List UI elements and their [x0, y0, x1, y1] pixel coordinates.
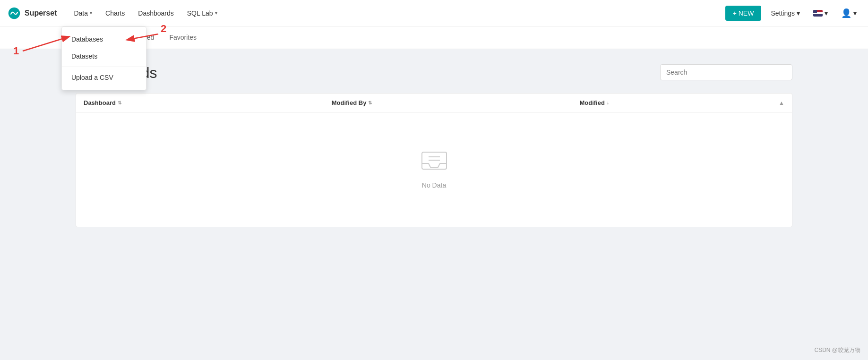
- inbox-icon: [420, 150, 448, 174]
- page-header: Dashboards: [76, 64, 792, 82]
- brand-name: Superset: [25, 9, 57, 17]
- chevron-down-icon-settings: ▾: [797, 9, 800, 17]
- nav-item-sqllab[interactable]: SQL Lab ▾: [181, 6, 223, 21]
- chevron-down-icon: ▾: [90, 10, 92, 16]
- nav-item-charts[interactable]: Charts: [100, 6, 130, 21]
- dropdown-item-upload-csv[interactable]: Upload a CSV: [62, 69, 146, 86]
- nav-item-dashboards[interactable]: Dashboards: [132, 6, 180, 21]
- superset-logo-icon: [8, 7, 21, 20]
- chevron-down-icon-sqllab: ▾: [215, 10, 217, 16]
- column-header-modified[interactable]: Modified ↓: [579, 99, 765, 106]
- flag-icon: [813, 10, 823, 17]
- sort-icon-modified-by: ⇅: [368, 100, 372, 105]
- chevron-down-icon-user: ▾: [853, 9, 857, 17]
- dropdown-item-databases[interactable]: Databases: [62, 31, 146, 48]
- navbar: Superset Data ▾ Charts Dashboards SQL La…: [0, 0, 868, 26]
- data-dropdown-menu: Databases Datasets Upload a CSV: [61, 26, 146, 90]
- dropdown-divider: [62, 67, 146, 67]
- nav-item-data[interactable]: Data ▾: [68, 6, 98, 21]
- navbar-right: + NEW Settings ▾ ▾ 👤 ▾: [725, 6, 860, 21]
- user-icon: 👤: [841, 8, 851, 18]
- user-menu[interactable]: 👤 ▾: [837, 6, 860, 20]
- sort-icon-dashboard: ⇅: [118, 100, 121, 105]
- column-header-modified-by[interactable]: Modified By ⇅: [332, 99, 580, 106]
- dropdown-item-datasets[interactable]: Datasets: [62, 48, 146, 65]
- table-header: Dashboard ⇅ Modified By ⇅ Modified ↓ ▲: [76, 94, 792, 112]
- collapse-icon[interactable]: ▲: [765, 100, 784, 106]
- chevron-down-icon-locale: ▾: [825, 9, 828, 17]
- dashboards-table: Dashboard ⇅ Modified By ⇅ Modified ↓ ▲ N…: [76, 93, 792, 227]
- brand-logo[interactable]: Superset: [8, 7, 57, 20]
- watermark: CSDN @蛟茏万物: [814, 346, 860, 354]
- new-button[interactable]: + NEW: [725, 6, 762, 21]
- sort-icon-modified: ↓: [607, 100, 609, 105]
- search-input[interactable]: [660, 64, 792, 80]
- column-header-dashboard[interactable]: Dashboard ⇅: [84, 99, 332, 106]
- nav-items: Data ▾ Charts Dashboards SQL Lab ▾: [68, 6, 725, 21]
- settings-menu[interactable]: Settings ▾: [767, 8, 804, 19]
- tab-favorites[interactable]: Favorites: [169, 27, 197, 49]
- locale-selector[interactable]: ▾: [809, 8, 832, 19]
- no-data-container: No Data: [76, 112, 792, 227]
- no-data-label: No Data: [422, 181, 446, 189]
